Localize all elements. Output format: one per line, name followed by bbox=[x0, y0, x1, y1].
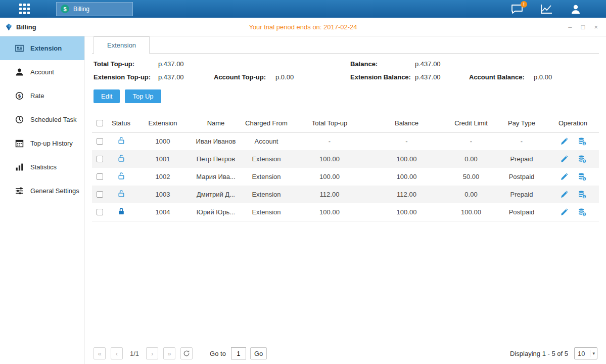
cell-name: Иван Иванов bbox=[191, 138, 241, 145]
minimize-icon[interactable]: – bbox=[568, 24, 572, 30]
cell-balance: 100.00 bbox=[367, 173, 446, 180]
top-up-button[interactable]: Top Up bbox=[125, 89, 161, 103]
extension-topup-pair: Extension Top-up: р.437.00 bbox=[94, 73, 214, 81]
trial-notice: Your trial period ends on: 2017-02-24 bbox=[0, 23, 606, 31]
balance-pair: Balance: р.437.00 bbox=[350, 60, 469, 68]
cell-total-topup: 112.00 bbox=[292, 191, 367, 198]
content-tabstrip: Extension bbox=[92, 36, 599, 54]
status-lock-icon bbox=[117, 172, 125, 180]
account-topup-pair: Account Top-up: р.0.00 bbox=[214, 73, 350, 81]
extension-balance-value: р.437.00 bbox=[415, 73, 441, 81]
refresh-button[interactable] bbox=[180, 347, 193, 359]
maximize-icon[interactable]: □ bbox=[581, 24, 585, 30]
cell-total-topup: - bbox=[292, 138, 367, 145]
app-launcher-icon[interactable] bbox=[19, 4, 30, 14]
next-page-button[interactable]: › bbox=[146, 347, 158, 359]
cell-total-topup: 100.00 bbox=[292, 208, 367, 216]
sidebar-item-label: General Settings bbox=[30, 187, 79, 195]
edit-pencil-icon[interactable] bbox=[560, 172, 569, 181]
sidebar-item-rate[interactable]: $ Rate bbox=[0, 84, 84, 108]
sidebar-item-topup-history[interactable]: Top-up History bbox=[0, 131, 84, 155]
main-content: Extension Total Top-up: р.437.00 Balance… bbox=[85, 36, 606, 364]
extension-balance-pair: Extension Balance: р.437.00 bbox=[350, 73, 469, 81]
row-checkbox[interactable] bbox=[97, 156, 103, 162]
cell-balance: 112.00 bbox=[367, 191, 446, 198]
sidebar-item-label: Rate bbox=[30, 92, 44, 100]
topbar-right-icons: ! bbox=[511, 4, 582, 14]
sidebar-item-statistics[interactable]: Statistics bbox=[0, 155, 84, 179]
sidebar-item-label: Scheduled Task bbox=[30, 116, 77, 123]
topup-coins-icon[interactable]: $ bbox=[578, 172, 586, 181]
row-checkbox[interactable] bbox=[97, 209, 103, 215]
cell-total-topup: 100.00 bbox=[292, 173, 367, 180]
sidebar-item-label: Extension bbox=[30, 44, 62, 52]
topup-coins-icon[interactable]: $ bbox=[578, 155, 586, 163]
sidebar-item-account[interactable]: Account bbox=[0, 60, 84, 84]
window-title-text: Billing bbox=[16, 23, 36, 31]
row-checkbox[interactable] bbox=[97, 191, 103, 198]
header-extension: Extension bbox=[135, 119, 191, 127]
page-size-select[interactable]: 10 ▾ bbox=[574, 347, 597, 359]
cell-name: Дмитрий Д... bbox=[191, 191, 241, 198]
total-topup-label: Total Top-up: bbox=[94, 60, 158, 68]
pagination-bar: « ‹ 1/1 › » Go to Go Displaying 1 - 5 of… bbox=[92, 347, 599, 359]
header-total-topup: Total Top-up bbox=[292, 119, 367, 127]
chat-icon[interactable]: ! bbox=[511, 4, 523, 14]
extension-card-icon bbox=[15, 44, 24, 53]
page-info: 1/1 bbox=[130, 350, 139, 357]
close-icon[interactable]: × bbox=[594, 24, 598, 30]
status-lock-icon bbox=[117, 190, 125, 198]
topup-coins-icon[interactable]: $ bbox=[578, 137, 586, 146]
table-row: 1002 Мария Ива... Extension 100.00 100.0… bbox=[92, 168, 599, 186]
taskbar-billing-tab[interactable]: $ Billing bbox=[56, 2, 133, 16]
edit-pencil-icon[interactable] bbox=[560, 137, 569, 146]
page-size-value: 10 bbox=[578, 350, 590, 357]
edit-pencil-icon[interactable] bbox=[560, 190, 569, 199]
first-page-button[interactable]: « bbox=[94, 347, 106, 359]
cell-charged-from: Account bbox=[241, 138, 292, 145]
goto-page-input[interactable] bbox=[231, 347, 246, 359]
svg-text:$: $ bbox=[583, 142, 585, 145]
account-balance-value: р.0.00 bbox=[534, 73, 552, 81]
balance-value: р.437.00 bbox=[415, 60, 441, 68]
user-account-icon[interactable] bbox=[570, 4, 582, 14]
account-balance-label: Account Balance: bbox=[469, 73, 534, 81]
topup-coins-icon[interactable]: $ bbox=[578, 190, 586, 199]
table-row: 1003 Дмитрий Д... Extension 112.00 112.0… bbox=[92, 186, 599, 203]
sidebar-item-label: Account bbox=[30, 68, 54, 76]
cell-extension: 1004 bbox=[135, 208, 191, 216]
header-credit-limit: Credit Limit bbox=[446, 119, 496, 127]
last-page-button[interactable]: » bbox=[163, 347, 175, 359]
person-icon bbox=[15, 68, 24, 76]
status-lock-icon bbox=[117, 207, 125, 215]
cell-charged-from: Extension bbox=[241, 191, 292, 198]
calendar-icon bbox=[15, 139, 24, 148]
window-body: Extension Account $ Rate Scheduled Task … bbox=[0, 36, 606, 364]
window-app-title: Billing bbox=[5, 23, 36, 31]
row-checkbox[interactable] bbox=[97, 173, 103, 180]
sidebar-item-extension[interactable]: Extension bbox=[0, 36, 84, 60]
cell-credit-limit: 0.00 bbox=[446, 155, 496, 163]
sidebar-item-general-settings[interactable]: General Settings bbox=[0, 179, 84, 203]
topup-coins-icon[interactable]: $ bbox=[578, 208, 586, 216]
edit-button[interactable]: Edit bbox=[94, 89, 120, 103]
row-checkbox[interactable] bbox=[97, 138, 103, 145]
sidebar-item-scheduled-task[interactable]: Scheduled Task bbox=[0, 108, 84, 131]
prev-page-button[interactable]: ‹ bbox=[111, 347, 123, 359]
total-topup-value: р.437.00 bbox=[158, 60, 184, 68]
table-row: 1000 Иван Иванов Account - - - - bbox=[92, 132, 599, 150]
cell-credit-limit: 0.00 bbox=[446, 191, 496, 198]
select-all-checkbox[interactable] bbox=[97, 120, 103, 126]
action-buttons: Edit Top Up bbox=[92, 89, 599, 103]
cell-pay-type: Postpaid bbox=[496, 208, 547, 216]
edit-pencil-icon[interactable] bbox=[560, 155, 569, 163]
go-button[interactable]: Go bbox=[250, 347, 267, 359]
cell-credit-limit: - bbox=[446, 138, 496, 145]
tab-extension[interactable]: Extension bbox=[94, 36, 150, 54]
window-controls: – □ × bbox=[568, 24, 598, 30]
statistics-chart-icon[interactable] bbox=[540, 4, 552, 14]
cell-credit-limit: 100.00 bbox=[446, 208, 496, 216]
edit-pencil-icon[interactable] bbox=[560, 208, 569, 216]
header-status: Status bbox=[107, 119, 135, 127]
status-lock-icon bbox=[117, 154, 125, 162]
